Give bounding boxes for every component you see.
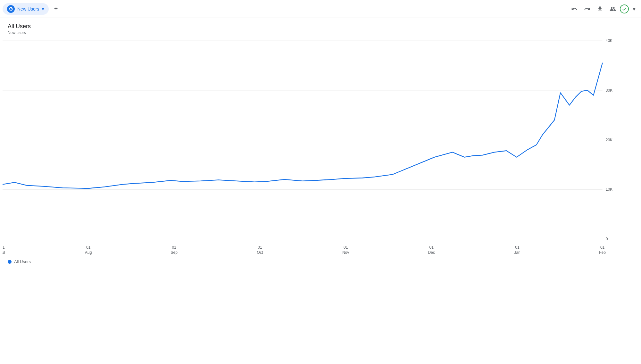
chart-title: All Users (0, 23, 641, 30)
chart-legend: All Users (0, 255, 641, 269)
svg-text:Oct: Oct (257, 250, 263, 255)
legend-color-dot (8, 260, 12, 264)
svg-text:40K: 40K (606, 38, 613, 43)
share-button[interactable] (607, 3, 619, 15)
svg-text:Jul: Jul (3, 250, 5, 255)
chart-subtitle: New users (0, 30, 641, 35)
undo-button[interactable] (569, 3, 580, 15)
chart-area: 40K 30K 20K 10K 0 01 Jul 01 Aug 01 Sep 0… (0, 37, 641, 255)
svg-text:20K: 20K (606, 137, 613, 142)
line-chart: 40K 30K 20K 10K 0 01 Jul 01 Aug 01 Sep 0… (3, 37, 622, 255)
verify-more-button[interactable]: ▾ (629, 4, 638, 13)
svg-text:Sep: Sep (171, 250, 178, 255)
svg-text:01: 01 (172, 245, 177, 250)
svg-text:01: 01 (3, 245, 5, 250)
svg-text:Jan: Jan (514, 250, 520, 255)
redo-button[interactable] (581, 3, 593, 15)
active-tab[interactable]: New Users ▾ (3, 3, 49, 15)
svg-text:Aug: Aug (85, 250, 92, 255)
svg-text:01: 01 (600, 245, 605, 250)
tab-label: New Users (17, 6, 39, 12)
svg-text:Feb: Feb (599, 250, 606, 255)
svg-text:01: 01 (515, 245, 520, 250)
svg-text:01: 01 (429, 245, 434, 250)
legend-label: All Users (14, 259, 31, 264)
svg-text:01: 01 (258, 245, 262, 250)
tab-icon (7, 5, 15, 13)
header: New Users ▾ + ▾ (0, 0, 641, 18)
svg-text:01: 01 (344, 245, 348, 250)
chart-container: All Users New users 40K 30K 20K 10K 0 (0, 18, 641, 269)
verify-group: ▾ (620, 4, 638, 13)
svg-text:0: 0 (606, 236, 608, 241)
svg-text:10K: 10K (606, 187, 613, 192)
verified-icon (620, 4, 629, 13)
svg-text:Dec: Dec (428, 250, 435, 255)
chevron-down-icon: ▾ (42, 6, 44, 12)
download-button[interactable] (594, 3, 606, 15)
svg-text:01: 01 (86, 245, 91, 250)
svg-text:Nov: Nov (342, 250, 349, 255)
svg-text:30K: 30K (606, 88, 613, 93)
header-actions: ▾ (569, 3, 638, 15)
add-tab-button[interactable]: + (50, 3, 62, 15)
